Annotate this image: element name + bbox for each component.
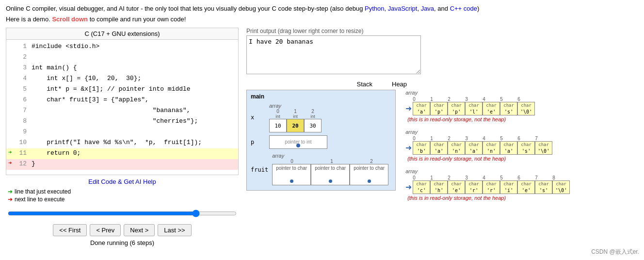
legend-green-label: line that just executed (15, 188, 71, 195)
heap-cell-b4: char'n' (483, 141, 500, 155)
code-line-6: 6 char* fruit[3] = {"apples", (6, 95, 238, 106)
p-pointer-dot (296, 144, 300, 147)
x-var-row: x array 0 1 2 int (251, 103, 391, 132)
fruit-array-indices: 0 1 2 (272, 159, 391, 164)
output-label: Print output (drag lower right corner to… (246, 28, 638, 34)
heap-cell-a1: char'p' (430, 102, 448, 115)
heap-array-bananas-title: array (405, 129, 580, 135)
nav-buttons: << First < Prev Next > Last >> (6, 224, 239, 236)
stack-label: Stack (246, 81, 382, 88)
right-panel: Print output (drag lower right corner to… (246, 28, 638, 246)
heap-cell-c3: char'r' (465, 180, 483, 194)
x-cell-1: 20 (287, 119, 304, 132)
code-line-3: 3 int main() { (6, 63, 238, 74)
heap-cell-a2: char'p' (448, 102, 465, 115)
header-description: Online C compiler, visual debugger, and … (6, 4, 638, 14)
fruit-cells: pointer to char pointer to char pointer … (272, 164, 391, 185)
fruit-dot-0 (290, 179, 293, 183)
next-button[interactable]: Next > (124, 224, 155, 236)
heap-cell-c6: char'e' (517, 180, 535, 194)
heap-cell-a3: char'l' (465, 102, 483, 115)
heap-array-apples-title: array (405, 90, 580, 96)
heap-array-cherries-indices: 012345678 (405, 175, 580, 180)
code-line-11: ➜ 11 return 0; (6, 148, 238, 159)
fruit-cell-2: pointer to char (350, 164, 388, 185)
code-panel-title: C (C17 + GNU extensions) (6, 28, 239, 39)
heap-bananas-note: (this is in read-only storage, not the h… (407, 156, 580, 162)
code-line-4: 4 int x[] = {10, 20, 30}; (6, 74, 238, 84)
code-editor[interactable]: 1 #include <stdio.h> 2 3 int main() { 4 … (6, 39, 239, 175)
code-line-1: 1 #include <stdio.h> (6, 42, 238, 52)
first-button[interactable]: << First (53, 224, 87, 236)
stack-panel: main x array 0 1 2 (246, 90, 396, 191)
done-text: Done running (6 steps) (6, 239, 239, 246)
fruit-var-name: fruit (251, 166, 268, 173)
x-array-indices: 0 1 2 (269, 109, 322, 114)
heap-array-bananas-indices: 01234567 (405, 136, 580, 141)
heap-cell-c7: char's' (535, 180, 552, 194)
heap-array-bananas: array 01234567 ➜ char'b' char'a' char'n'… (405, 129, 580, 162)
step-scrubber[interactable] (8, 211, 237, 216)
heap-array-apples-indices: 0123456 (405, 97, 580, 102)
heap-cell-a4: char'e' (483, 102, 500, 115)
fruit-dot-2 (368, 179, 371, 183)
heap-cell-c4: char'r' (483, 180, 500, 194)
javascript-link[interactable]: JavaScript (388, 5, 418, 12)
x-array-cells: int 10 int 20 int 30 (269, 114, 322, 132)
edit-link[interactable]: Edit Code & Get AI Help (6, 178, 239, 185)
heap-arrow-cherries: ➜ (405, 182, 412, 192)
heap-cell-c5: char'i' (500, 180, 517, 194)
heap-cell-a0: char'a' (413, 102, 430, 115)
output-box[interactable]: I have 20 bananas (246, 35, 421, 74)
heap-cell-b1: char'a' (430, 141, 448, 155)
code-line-2: 2 (6, 52, 238, 63)
p-pointer-box: pointer to int (269, 135, 327, 149)
heap-cell-c0: char'c' (413, 180, 430, 194)
fruit-array-label: array (272, 153, 391, 159)
heap-cherries-note: (this is in read-only storage, not the h… (407, 195, 580, 201)
heap-label: Heap (392, 81, 407, 88)
heap-cell-b0: char'b' (413, 141, 430, 155)
heap-cell-b7: char'\0' (535, 141, 552, 155)
heap-cell-c1: char'h' (430, 180, 448, 194)
fruit-cell-0: pointer to char (272, 164, 311, 185)
viz-wrapper: main x array 0 1 2 (246, 90, 638, 208)
prev-button[interactable]: < Prev (90, 224, 121, 236)
csdn-watermark: CSDN @嵌入式er. (591, 248, 639, 250)
code-line-5: 5 int* p = &x[1]; // pointer into middle (6, 84, 238, 95)
legend: ➜ line that just executed ➜ next line to… (8, 188, 239, 203)
python-link[interactable]: Python (365, 5, 384, 12)
java-link[interactable]: Java (421, 5, 434, 12)
x-cell-0: 10 (269, 119, 287, 132)
edit-code-link[interactable]: Edit Code & Get AI Help (88, 178, 156, 185)
code-line-7: 7 "bananas", (6, 106, 238, 116)
code-line-10: 10 printf("I have %d %s\n", *p, fruit[1]… (6, 138, 238, 148)
legend-red-arrow: ➜ (8, 196, 13, 203)
heap-cell-b2: char'n' (448, 141, 465, 155)
heap-panel: array 0123456 ➜ char'a' char'p' char'p' … (405, 90, 580, 208)
fruit-cell-1: pointer to char (311, 164, 350, 185)
heap-array-apples-cells: ➜ char'a' char'p' char'p' char'l' char'e… (405, 102, 580, 115)
heap-arrow-bananas: ➜ (405, 143, 412, 152)
heap-cell-a6: char'\0' (517, 102, 535, 115)
scroll-link[interactable]: Scroll down (52, 16, 88, 23)
demo-note: Here is a demo. Scroll down to compile a… (6, 16, 638, 23)
exec-just-arrow: ➜ (8, 148, 18, 158)
fruit-dot-1 (329, 179, 332, 183)
x-array-label: array (269, 103, 322, 109)
heap-cell-b6: char's' (517, 141, 535, 155)
code-line-9: 9 (6, 127, 238, 138)
legend-red-label: next line to execute (15, 196, 64, 203)
heap-array-bananas-cells: ➜ char'b' char'a' char'n' char'a' char'n… (405, 141, 580, 155)
p-var-name: p (251, 139, 265, 146)
heap-array-apples: array 0123456 ➜ char'a' char'p' char'p' … (405, 90, 580, 122)
code-panel: C (C17 + GNU extensions) 1 #include <std… (6, 28, 239, 246)
heap-array-cherries-title: array (405, 168, 580, 174)
last-button[interactable]: Last >> (158, 224, 191, 236)
x-var-name: x (251, 114, 265, 121)
cpp-link[interactable]: C++ code (450, 5, 477, 12)
heap-cell-c2: char'e' (448, 180, 465, 194)
code-line-8: 8 "cherries"}; (6, 116, 238, 127)
x-cell-2: 30 (304, 119, 322, 132)
heap-array-cherries: array 012345678 ➜ char'c' char'h' char'e… (405, 168, 580, 201)
